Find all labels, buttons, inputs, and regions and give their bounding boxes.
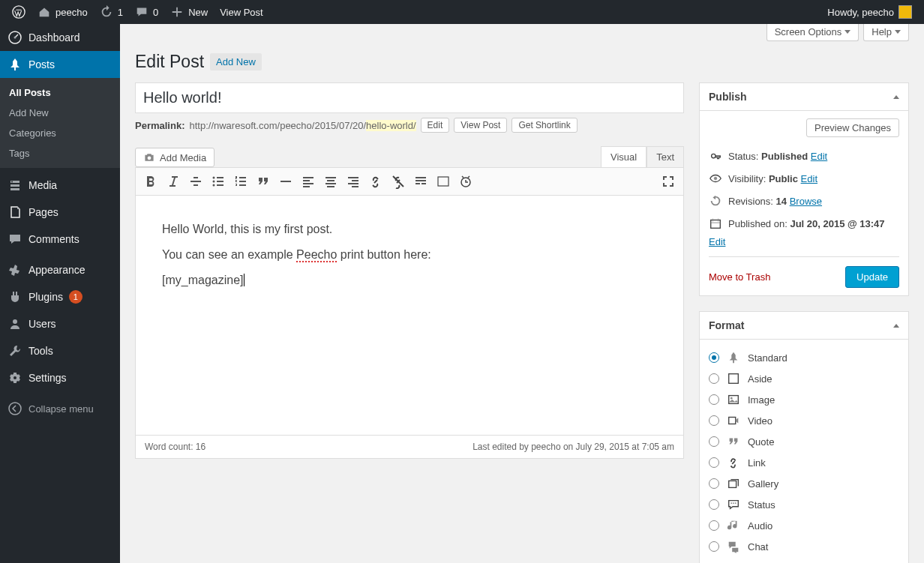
video-icon [727,414,740,427]
sidebar-item-pages[interactable]: Pages [0,199,120,226]
view-post-link[interactable]: View Post [214,0,269,24]
admin-bar: peecho 1 0 New View Post Howdy, peecho [0,0,924,24]
sidebar-item-posts[interactable]: Posts [0,51,120,78]
format-option-link[interactable]: Link [709,452,899,473]
tab-visual[interactable]: Visual [601,146,646,167]
fullscreen-button[interactable] [658,171,679,192]
sidebar-subitem-all-posts[interactable]: All Posts [0,82,120,103]
wp-logo[interactable] [6,0,32,24]
update-button[interactable]: Update [845,266,899,288]
caret-down-icon [844,30,850,34]
screen-options-button[interactable]: Screen Options [766,24,860,41]
radio-icon [709,373,719,384]
tab-text[interactable]: Text [646,146,684,167]
sidebar-item-settings[interactable]: Settings [0,364,120,391]
add-media-button[interactable]: Add Media [135,148,214,167]
visibility-edit-link[interactable]: Edit [801,173,818,184]
radio-icon [709,436,719,447]
gallery-icon [727,477,740,490]
sidebar-item-users[interactable]: Users [0,310,120,337]
sidebar-subitem-tags[interactable]: Tags [0,143,120,163]
sidebar-item-tools[interactable]: Tools [0,337,120,364]
permalink-row: Permalink: http://nwaresoft.com/peecho/2… [135,118,684,133]
update-badge: 1 [69,290,82,304]
howdy-link[interactable]: Howdy, peecho [821,0,918,24]
visibility-row: Visibility: Public Edit [709,167,899,190]
format-option-audio[interactable]: Audio [709,515,899,536]
permalink-shortlink-button[interactable]: Get Shortlink [512,118,577,133]
blockquote-button[interactable] [253,171,274,192]
status-icon [727,498,740,511]
sidebar-item-media[interactable]: Media [0,172,120,199]
radio-icon [709,415,719,426]
format-option-standard[interactable]: Standard [709,347,899,368]
format-option-chat[interactable]: Chat [709,536,899,557]
align-left-button[interactable] [298,171,319,192]
numbered-list-button[interactable] [230,171,251,192]
updates-count: 1 [118,7,123,18]
published-row: Published on: Jul 20, 2015 @ 13:47Edit [709,212,899,252]
kitchensink-button[interactable] [433,171,454,192]
radio-icon [709,478,719,489]
link-icon [727,456,740,469]
format-option-image[interactable]: Image [709,389,899,410]
comments-link[interactable]: 0 [129,0,164,24]
sidebar-subitem-categories[interactable]: Categories [0,123,120,143]
unlink-button[interactable] [388,171,409,192]
page-title: Edit Post [135,52,204,72]
bulleted-list-button[interactable] [208,171,229,192]
format-option-aside[interactable]: Aside [709,368,899,389]
italic-button[interactable] [163,171,184,192]
sidebar-item-appearance[interactable]: Appearance [0,256,120,283]
howdy-text: Howdy, peecho [827,7,894,18]
new-link[interactable]: New [164,0,214,24]
sidebar-item-plugins[interactable]: Plugins1 [0,283,120,310]
editor-content[interactable]: Hello World, this is my first post.You c… [135,196,684,436]
link-button[interactable] [365,171,386,192]
caret-up-icon [893,324,899,328]
readmore-button[interactable] [410,171,431,192]
bold-button[interactable] [140,171,161,192]
avatar [898,5,912,19]
move-to-trash-link[interactable]: Move to Trash [709,271,770,283]
status-edit-link[interactable]: Edit [811,151,827,162]
add-new-button[interactable]: Add New [210,53,262,70]
admin-sidebar: DashboardPostsAll PostsAdd NewCategories… [0,24,120,563]
published-edit-link[interactable]: Edit [709,236,899,247]
radio-icon [709,499,719,510]
help-button[interactable]: Help [863,24,909,41]
audio-icon [727,519,740,532]
sidebar-item-dashboard[interactable]: Dashboard [0,24,120,51]
publish-metabox: Publish Preview Changes Status: Publishe… [699,82,909,296]
image-icon [727,393,740,406]
format-metabox-header[interactable]: Format [700,312,908,340]
site-name-link[interactable]: peecho [32,0,94,24]
editor-statusbar: Word count: 16 Last edited by peecho on … [135,436,684,459]
extra-button[interactable] [455,171,476,192]
updates-link[interactable]: 1 [94,0,129,24]
sidebar-subitem-add-new[interactable]: Add New [0,103,120,123]
preview-changes-button[interactable]: Preview Changes [806,118,899,137]
align-right-button[interactable] [343,171,364,192]
permalink-view-button[interactable]: View Post [454,118,507,133]
align-center-button[interactable] [320,171,341,192]
permalink-edit-button[interactable]: Edit [421,118,450,133]
radio-icon [709,520,719,531]
format-option-video[interactable]: Video [709,410,899,431]
format-option-quote[interactable]: Quote [709,431,899,452]
main-content: Screen Options Help Edit Post Add New Pe… [120,24,924,563]
site-name: peecho [56,7,88,18]
radio-icon [709,394,719,405]
sidebar-item-comments[interactable]: Comments [0,226,120,253]
format-option-status[interactable]: Status [709,494,899,515]
format-option-gallery[interactable]: Gallery [709,473,899,494]
browse-revisions-link[interactable]: Browse [790,196,822,207]
collapse-menu[interactable]: Collapse menu [0,395,120,422]
format-metabox: Format StandardAsideImageVideoQuoteLinkG… [699,311,909,563]
publish-metabox-header[interactable]: Publish [700,83,908,111]
hr-button[interactable] [275,171,296,192]
radio-icon [709,352,719,363]
strikethrough-button[interactable] [185,171,206,192]
post-title-input[interactable] [135,82,684,113]
new-label: New [188,7,208,18]
